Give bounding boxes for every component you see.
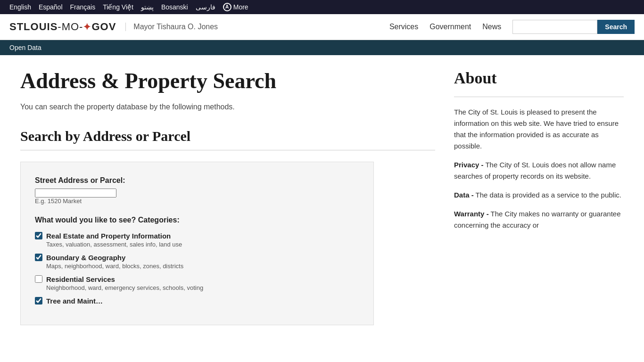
lang-tiengviet[interactable]: Tiếng Việt (103, 3, 133, 11)
privacy-label: Privacy - (454, 161, 484, 169)
about-intro: The City of St. Louis is pleased to pres… (454, 107, 624, 152)
category-real-estate-desc: Taxes, valuation, assessment, sales info… (46, 241, 359, 248)
category-tree: Tree and Maint… (35, 297, 359, 305)
lang-farsi[interactable]: فارسی (196, 3, 215, 11)
data-text: The data is provided as a service to the… (476, 191, 621, 199)
main-content: Address & Property Search You can search… (11, 55, 633, 339)
data-label: Data - (454, 191, 474, 199)
category-boundary-checkbox[interactable] (35, 254, 42, 261)
address-label: Street Address or Parcel: (35, 176, 359, 185)
category-tree-text: Tree and Maint… (46, 297, 103, 305)
lang-more[interactable]: A More (223, 3, 248, 11)
about-data: Data - The data is provided as a service… (454, 189, 624, 201)
lang-espanol[interactable]: Español (39, 3, 63, 11)
mayor-name: Mayor Tishaura O. Jones (125, 23, 218, 31)
categories-label: What would you like to see? Categories: (35, 216, 359, 224)
nav-government[interactable]: Government (429, 23, 471, 31)
logo-part1: STLOUIS (9, 21, 58, 33)
category-boundary-label[interactable]: Boundary & Geography (35, 254, 359, 262)
about-title: About (454, 69, 624, 87)
fleur-icon: ✦ (83, 22, 91, 32)
more-label: More (233, 3, 248, 11)
section-divider (20, 150, 435, 150)
address-input[interactable] (35, 189, 116, 197)
nav-news[interactable]: News (482, 23, 501, 31)
lang-pashto[interactable]: پښتو (141, 3, 154, 11)
address-example: E.g. 1520 Market (35, 197, 359, 205)
page-subtitle: You can search the property database by … (20, 103, 435, 111)
logo-part2: GOV (91, 21, 116, 33)
header-search-button[interactable]: Search (597, 20, 635, 34)
category-boundary-text: Boundary & Geography (46, 254, 125, 262)
warranty-label: Warranty - (454, 210, 489, 218)
category-residential-label[interactable]: Residential Services (35, 275, 359, 283)
header-search-input[interactable] (512, 20, 597, 34)
content-area: Address & Property Search You can search… (20, 69, 435, 325)
site-header: STLOUIS-MO-✦GOV Mayor Tishaura O. Jones … (0, 14, 644, 40)
header-search-form: Search (512, 20, 635, 34)
sidebar: About The City of St. Louis is pleased t… (454, 69, 624, 325)
lang-francais[interactable]: Français (70, 3, 96, 11)
lang-bosanski[interactable]: Bosanski (161, 3, 188, 11)
section-title: Search by Address or Parcel (20, 128, 435, 144)
category-real-estate: Real Estate and Property Information Tax… (35, 232, 359, 248)
category-tree-label[interactable]: Tree and Maint… (35, 297, 359, 305)
breadcrumb-bar: Open Data (0, 40, 644, 55)
site-logo[interactable]: STLOUIS-MO-✦GOV (9, 21, 116, 33)
language-bar: English Español Français Tiếng Việt پښتو… (0, 0, 644, 14)
category-real-estate-label[interactable]: Real Estate and Property Information (35, 232, 359, 240)
translate-icon: A (223, 3, 231, 11)
about-divider (454, 97, 624, 97)
breadcrumb-opendata[interactable]: Open Data (9, 44, 41, 51)
category-real-estate-checkbox[interactable] (35, 232, 42, 239)
category-tree-checkbox[interactable] (35, 297, 42, 304)
nav-services[interactable]: Services (389, 23, 418, 31)
main-nav: Services Government News Search (389, 20, 635, 34)
lang-english[interactable]: English (9, 3, 31, 11)
category-real-estate-text: Real Estate and Property Information (46, 232, 171, 240)
category-boundary: Boundary & Geography Maps, neighborhood,… (35, 254, 359, 270)
about-privacy: Privacy - The City of St. Louis does not… (454, 159, 624, 182)
address-search-box: Street Address or Parcel: E.g. 1520 Mark… (20, 162, 374, 325)
category-boundary-desc: Maps, neighborhood, ward, blocks, zones,… (46, 263, 359, 270)
category-residential-checkbox[interactable] (35, 275, 42, 283)
page-title: Address & Property Search (20, 69, 435, 93)
category-residential-desc: Neighborhood, ward, emergency services, … (46, 284, 359, 291)
about-warranty: Warranty - The City makes no warranty or… (454, 208, 624, 231)
category-residential: Residential Services Neighborhood, ward,… (35, 275, 359, 291)
category-residential-text: Residential Services (46, 275, 115, 283)
logo-sep: -MO- (58, 21, 83, 33)
